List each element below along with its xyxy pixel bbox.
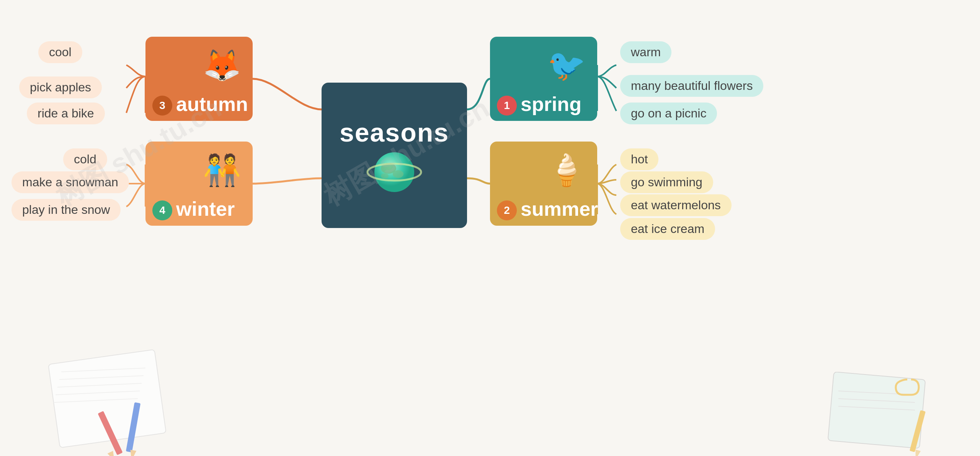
- branch-make-snowman: make a snowman: [11, 171, 129, 193]
- branch-go-picnic: go on a picnic: [620, 103, 717, 124]
- svg-point-3: [381, 173, 389, 179]
- branch-hot: hot: [620, 148, 658, 170]
- spring-label: spring: [521, 93, 581, 116]
- spring-number: 1: [497, 96, 517, 116]
- summer-illustration: 🍦: [540, 145, 593, 195]
- winter-label: winter: [176, 197, 235, 220]
- branch-pick-apples: pick apples: [19, 77, 102, 98]
- planet-icon: [366, 151, 423, 193]
- branch-play-snow: play in the snow: [11, 199, 121, 221]
- winter-illustration: 🧑‍🤝‍🧑: [195, 145, 249, 195]
- deco-right: [819, 372, 942, 456]
- deco-notebook: [31, 349, 191, 456]
- center-title: seasons: [340, 117, 449, 147]
- autumn-illustration: 🦊: [195, 41, 249, 90]
- summer-node: 🍦 2 summer: [490, 142, 597, 226]
- summer-number: 2: [497, 200, 517, 220]
- winter-node: 🧑‍🤝‍🧑 4 winter: [145, 142, 253, 226]
- summer-label: summer: [521, 197, 598, 220]
- branch-eat-watermelons: eat watermelons: [620, 194, 732, 216]
- winter-number: 4: [152, 200, 172, 220]
- autumn-node: 🦊 3 autumn: [145, 37, 253, 121]
- svg-point-2: [393, 170, 403, 178]
- spring-node: 🐦 1 spring: [490, 37, 597, 121]
- branch-cold: cold: [63, 148, 107, 170]
- branch-cool: cool: [38, 41, 82, 63]
- branch-eat-ice-cream: eat ice cream: [620, 218, 715, 240]
- branch-beautiful-flowers: many beautiful flowers: [620, 75, 763, 97]
- branch-go-swimming: go swimming: [620, 171, 713, 193]
- autumn-number: 3: [152, 96, 172, 116]
- branch-warm: warm: [620, 41, 671, 63]
- spring-illustration: 🐦: [540, 41, 593, 90]
- autumn-label: autumn: [176, 93, 248, 116]
- center-node: seasons: [322, 83, 467, 228]
- branch-ride-a-bike: ride a bike: [27, 103, 105, 124]
